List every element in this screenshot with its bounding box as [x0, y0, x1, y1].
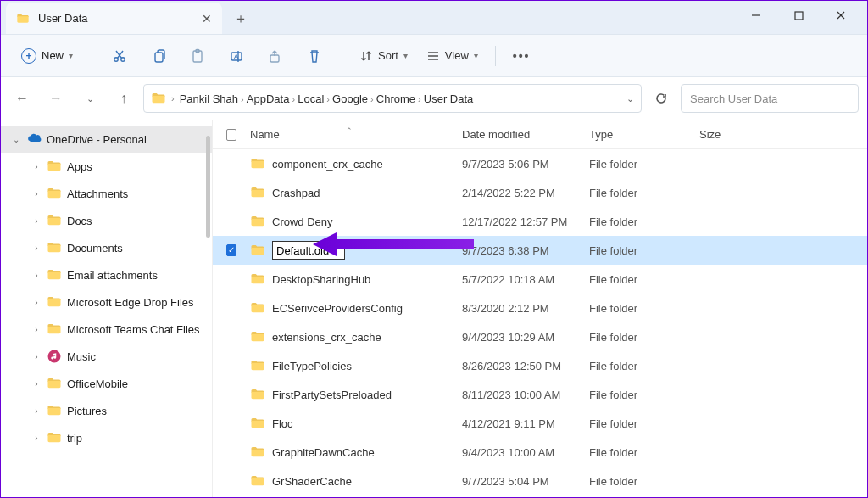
cut-button[interactable] [103, 42, 136, 70]
chevron-right-icon: › [289, 94, 298, 104]
file-row[interactable]: Crowd Deny12/17/2022 12:57 PMFile folder [213, 207, 867, 236]
sidebar-item-label: OfficeMobile [67, 378, 128, 390]
file-type: File folder [582, 302, 693, 315]
close-tab-button[interactable]: ✕ [202, 13, 212, 25]
file-row[interactable]: GraphiteDawnCache9/4/2023 10:00 AMFile f… [213, 438, 867, 467]
chevron-down-icon[interactable]: ⌄ [626, 93, 634, 104]
toolbar-separator [342, 46, 342, 66]
file-name: FileTypePolicies [272, 360, 352, 372]
sidebar-item[interactable]: ›Microsoft Teams Chat Files [1, 316, 212, 343]
back-button[interactable]: ← [8, 84, 36, 113]
view-button[interactable]: View ▾ [420, 44, 485, 68]
sidebar-item[interactable]: ›Email attachments [1, 261, 212, 288]
column-type[interactable]: Type [582, 128, 693, 141]
select-all-checkbox[interactable] [220, 129, 243, 141]
sidebar-item-label: Microsoft Edge Drop Files [67, 296, 194, 309]
sidebar-item-label: Apps [67, 160, 92, 173]
window-tab[interactable]: User Data ✕ [6, 3, 222, 34]
chevron-right-icon: › [31, 352, 42, 361]
file-type: File folder [582, 360, 693, 372]
sidebar-item-label: Microsoft Teams Chat Files [67, 323, 200, 336]
sidebar-item[interactable]: ›OfficeMobile [1, 370, 212, 397]
folder-icon [250, 243, 265, 258]
chevron-right-icon: › [31, 243, 42, 253]
sidebar-item[interactable]: ›Microsoft Edge Drop Files [1, 288, 212, 316]
file-row[interactable]: 9/7/2023 6:38 PMFile folder [213, 236, 867, 265]
delete-button[interactable] [298, 42, 331, 70]
share-button[interactable] [259, 42, 292, 70]
rename-button[interactable]: A [220, 42, 253, 70]
folder-icon [47, 213, 62, 228]
minimize-button[interactable] [743, 4, 769, 26]
close-window-button[interactable] [828, 4, 854, 26]
breadcrumb-item[interactable]: User Data [424, 92, 474, 105]
breadcrumb-item[interactable]: Pankil Shah [180, 92, 238, 105]
sidebar-scrollbar[interactable] [206, 136, 210, 238]
breadcrumb-item[interactable]: Google [332, 92, 368, 105]
file-name: component_crx_cache [272, 158, 383, 171]
paste-button[interactable] [181, 42, 214, 70]
file-name-cell: GrShaderCache [243, 473, 455, 489]
folder-icon [47, 322, 62, 337]
file-type: File folder [582, 273, 693, 286]
file-name: Floc [272, 417, 293, 430]
file-row[interactable]: Floc4/12/2021 9:11 PMFile folder [213, 409, 867, 438]
view-label: View [445, 49, 469, 62]
sidebar-item[interactable]: ›trip [1, 424, 212, 451]
file-type: File folder [582, 446, 693, 459]
breadcrumb-item[interactable]: AppData [247, 92, 290, 105]
column-size[interactable]: Size [693, 128, 760, 141]
file-row[interactable]: DesktopSharingHub5/7/2022 10:18 AMFile f… [213, 265, 867, 294]
search-input[interactable]: Search User Data [681, 84, 859, 113]
forward-button[interactable]: → [42, 84, 70, 113]
sidebar-item[interactable]: ›Docs [1, 207, 212, 234]
maximize-button[interactable] [786, 4, 811, 26]
sort-button[interactable]: Sort ▾ [353, 44, 415, 68]
sidebar-item-onedrive[interactable]: ⌄OneDrive - Personal [1, 126, 212, 153]
sidebar-item[interactable]: ›Documents [1, 234, 212, 261]
breadcrumb[interactable]: › Pankil Shah › AppData › Local › Google… [143, 84, 642, 113]
sidebar-item-label: Music [67, 350, 96, 363]
view-icon [426, 49, 440, 63]
file-row[interactable]: FileTypePolicies8/26/2023 12:50 PMFile f… [213, 351, 867, 380]
folder-icon [250, 445, 265, 460]
row-checkbox[interactable] [220, 244, 243, 256]
chevron-right-icon: › [31, 271, 42, 280]
toolbar-separator [92, 46, 92, 66]
new-tab-button[interactable]: ＋ [227, 5, 254, 32]
chevron-down-icon: ▾ [403, 51, 408, 60]
chevron-right-icon: › [171, 93, 175, 104]
copy-button[interactable] [142, 42, 175, 70]
breadcrumb-item[interactable]: Local [298, 92, 324, 105]
file-row[interactable]: FirstPartySetsPreloaded8/11/2023 10:00 A… [213, 380, 867, 409]
file-date: 2/14/2022 5:22 PM [455, 187, 582, 199]
sidebar-item[interactable]: ›Attachments [1, 180, 212, 207]
file-pane: Name⌃ Date modified Type Size component_… [213, 120, 867, 497]
file-name-cell: extensions_crx_cache [243, 329, 455, 344]
breadcrumb-item[interactable]: Chrome [376, 92, 415, 105]
file-row[interactable]: component_crx_cache9/7/2023 5:06 PMFile … [213, 149, 867, 178]
more-button[interactable]: ••• [506, 44, 537, 68]
chevron-right-icon: › [31, 434, 42, 443]
column-name[interactable]: Name⌃ [243, 128, 455, 141]
sidebar-item[interactable]: ›Pictures [1, 397, 212, 424]
folder-icon [250, 271, 265, 287]
new-button[interactable]: New ▾ [13, 43, 81, 69]
recent-dropdown[interactable]: ⌄ [75, 84, 104, 113]
file-row[interactable]: ECSerivceProvidersConfig8/3/2020 2:12 PM… [213, 294, 867, 322]
chevron-right-icon: › [31, 325, 42, 334]
folder-icon [250, 358, 265, 373]
tab-title: User Data [38, 12, 88, 25]
column-date[interactable]: Date modified [455, 128, 582, 141]
chevron-right-icon: › [324, 94, 332, 104]
file-row[interactable]: GrShaderCache9/7/2023 5:04 PMFile folder [213, 467, 867, 495]
rename-input[interactable] [272, 241, 345, 260]
file-name: DesktopSharingHub [272, 273, 370, 286]
file-row[interactable]: extensions_crx_cache9/4/2023 10:29 AMFil… [213, 322, 867, 351]
sidebar-item[interactable]: ›Apps [1, 153, 212, 180]
sidebar-item[interactable]: ›Music [1, 343, 212, 370]
file-row[interactable]: Crashpad2/14/2022 5:22 PMFile folder [213, 178, 867, 207]
refresh-button[interactable] [647, 84, 676, 113]
file-name-cell: component_crx_cache [243, 156, 455, 171]
up-button[interactable]: ↑ [109, 84, 138, 113]
